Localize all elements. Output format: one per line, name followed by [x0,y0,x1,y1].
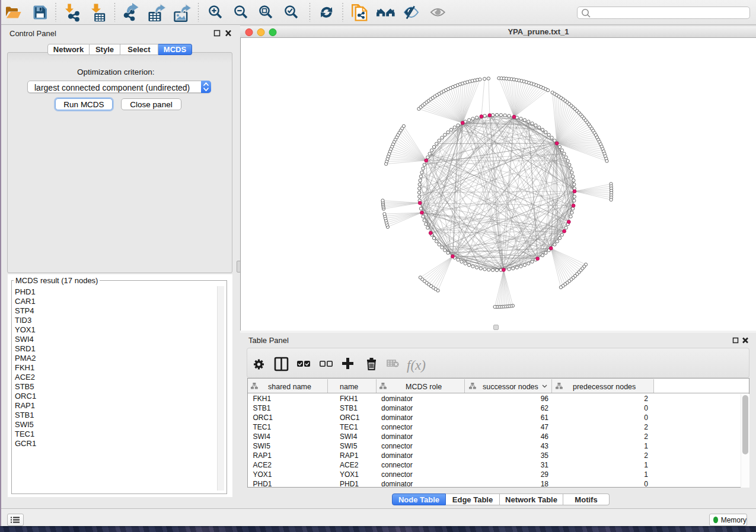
svg-text:47: 47 [541,423,549,431]
svg-text:0: 0 [644,480,648,488]
svg-text:YOX1: YOX1 [253,470,272,479]
svg-text:RAP1: RAP1 [253,451,272,460]
svg-text:predecessor nodes: predecessor nodes [573,383,636,391]
svg-text:2: 2 [644,423,648,431]
svg-text:43: 43 [541,442,549,450]
svg-text:name: name [340,383,358,391]
svg-text:connector: connector [381,442,413,450]
svg-text:FKH1: FKH1 [340,395,358,403]
svg-text:shared name: shared name [268,383,311,391]
svg-text:successor nodes: successor nodes [483,383,538,391]
svg-text:0: 0 [644,414,648,422]
svg-text:FKH1: FKH1 [253,395,272,403]
svg-text:ORC1: ORC1 [253,414,273,422]
svg-text:f(x): f(x) [407,358,426,373]
svg-text:ACE2: ACE2 [253,461,272,469]
svg-text:STB1: STB1 [340,404,358,412]
svg-text:dominator: dominator [381,451,413,460]
svg-text:SWI5: SWI5 [340,442,358,450]
svg-text:31: 31 [541,461,549,469]
svg-text:YOX1: YOX1 [340,470,359,479]
svg-text:dominator: dominator [381,404,413,412]
svg-text:dominator: dominator [381,480,413,488]
svg-text:ORC1: ORC1 [340,414,360,422]
svg-text:connector: connector [381,470,413,479]
svg-text:dominator: dominator [381,395,413,403]
svg-text:PHD1: PHD1 [253,480,272,488]
svg-text:connector: connector [381,461,413,469]
svg-text:STB1: STB1 [253,404,271,412]
svg-text:46: 46 [541,432,549,441]
svg-text:1: 1 [644,470,648,479]
svg-text:dominator: dominator [381,432,413,441]
svg-text:MCDS role: MCDS role [406,383,442,391]
svg-text:SWI4: SWI4 [253,432,271,441]
svg-text:2: 2 [644,432,648,441]
svg-text:SWI5: SWI5 [253,442,271,450]
svg-text:1: 1 [644,461,648,469]
svg-text:TEC1: TEC1 [340,423,358,431]
svg-text:dominator: dominator [381,414,413,422]
svg-text:connector: connector [381,423,413,431]
svg-text:2: 2 [644,451,648,460]
svg-text:PHD1: PHD1 [340,480,359,488]
svg-text:18: 18 [541,480,549,488]
svg-text:61: 61 [541,414,549,422]
svg-text:0: 0 [644,404,648,412]
svg-text:62: 62 [541,404,549,412]
svg-text:ACE2: ACE2 [340,461,359,469]
svg-text:29: 29 [541,470,549,479]
svg-text:SWI4: SWI4 [340,432,358,441]
svg-text:RAP1: RAP1 [340,451,359,460]
svg-text:96: 96 [541,395,549,403]
svg-text:TEC1: TEC1 [253,423,272,431]
svg-text:1: 1 [644,442,648,450]
svg-text:2: 2 [644,395,648,403]
svg-text:35: 35 [541,451,549,460]
